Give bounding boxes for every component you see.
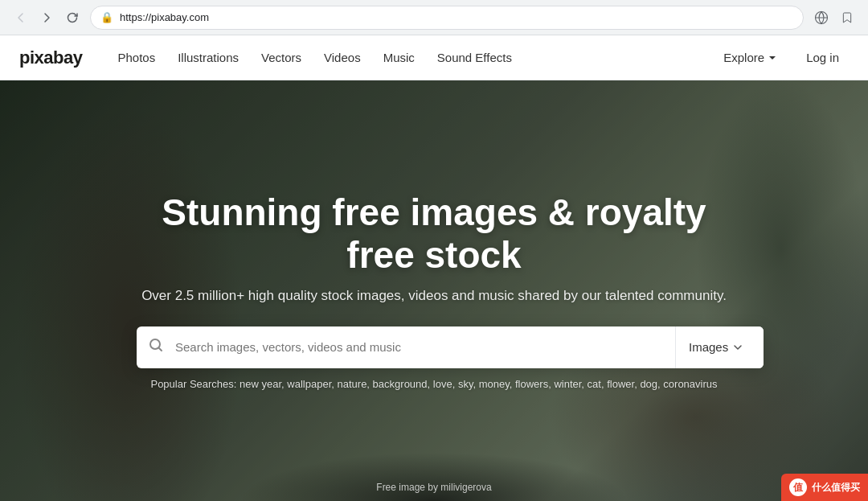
- logo[interactable]: pixabay: [19, 47, 82, 68]
- hero-section: Stunning free images & royalty free stoc…: [0, 80, 868, 501]
- popular-wallpaper[interactable]: wallpaper,: [287, 378, 334, 390]
- popular-flowers[interactable]: flowers,: [515, 378, 551, 390]
- browser-chrome: 🔒 https://pixabay.com: [0, 0, 868, 35]
- search-type-dropdown[interactable]: Images: [675, 326, 764, 368]
- popular-searches: Popular Searches: new year, wallpaper, n…: [150, 378, 717, 390]
- login-button[interactable]: Log in: [796, 46, 849, 69]
- website: pixabay Photos Illustrations Vectors Vid…: [0, 35, 868, 501]
- nav-sound-effects[interactable]: Sound Effects: [428, 46, 522, 69]
- bookmark-button[interactable]: [836, 6, 858, 29]
- nav-music[interactable]: Music: [374, 46, 424, 69]
- dropdown-chevron-icon: [733, 343, 743, 352]
- search-bar: Images: [137, 326, 764, 368]
- lock-icon: 🔒: [100, 11, 113, 23]
- popular-cat[interactable]: cat,: [588, 378, 604, 390]
- translate-button[interactable]: [810, 6, 833, 29]
- main-nav: pixabay Photos Illustrations Vectors Vid…: [0, 35, 868, 80]
- search-input[interactable]: [175, 326, 675, 368]
- nav-videos[interactable]: Videos: [314, 46, 371, 69]
- hero-subtitle: Over 2.5 million+ high quality stock ima…: [137, 288, 731, 304]
- browser-nav-buttons: [10, 6, 84, 29]
- search-icon: [137, 337, 175, 357]
- address-bar[interactable]: 🔒 https://pixabay.com: [90, 6, 804, 30]
- nav-photos[interactable]: Photos: [108, 46, 165, 69]
- photo-credit-author[interactable]: milivigerova: [440, 482, 491, 493]
- photo-credit: Free image by milivigerova: [376, 482, 491, 493]
- explore-label: Explore: [723, 51, 764, 64]
- watermark-badge: 值 什么值得买: [781, 474, 868, 501]
- popular-searches-label: Popular Searches:: [150, 378, 236, 390]
- popular-nature[interactable]: nature,: [338, 378, 370, 390]
- explore-button[interactable]: Explore: [714, 46, 787, 69]
- photo-credit-prefix: Free image by: [376, 482, 438, 493]
- reload-button[interactable]: [61, 6, 84, 29]
- chevron-down-icon: [768, 53, 777, 63]
- nav-vectors[interactable]: Vectors: [252, 46, 311, 69]
- hero-title: Stunning free images & royalty free stoc…: [137, 191, 731, 277]
- nav-links: Photos Illustrations Vectors Videos Musi…: [108, 46, 714, 69]
- popular-winter[interactable]: winter,: [554, 378, 584, 390]
- popular-love[interactable]: love,: [433, 378, 455, 390]
- nav-illustrations[interactable]: Illustrations: [168, 46, 248, 69]
- hero-content: Stunning free images & royalty free stoc…: [121, 191, 747, 368]
- forward-button[interactable]: [35, 6, 58, 29]
- watermark-icon: 值: [789, 478, 807, 496]
- popular-flower[interactable]: flower,: [607, 378, 637, 390]
- popular-new-year[interactable]: new year,: [240, 378, 285, 390]
- popular-money[interactable]: money,: [479, 378, 513, 390]
- popular-sky[interactable]: sky,: [458, 378, 476, 390]
- nav-right: Explore Log in: [714, 46, 849, 69]
- popular-dog[interactable]: dog,: [640, 378, 660, 390]
- browser-actions: [810, 6, 858, 29]
- url-text: https://pixabay.com: [120, 11, 209, 23]
- svg-point-1: [150, 339, 160, 349]
- watermark-text: 什么值得买: [812, 481, 860, 495]
- search-type-label: Images: [689, 340, 728, 354]
- popular-coronavirus[interactable]: coronavirus: [663, 378, 717, 390]
- back-button[interactable]: [10, 6, 32, 29]
- popular-background[interactable]: background,: [373, 378, 431, 390]
